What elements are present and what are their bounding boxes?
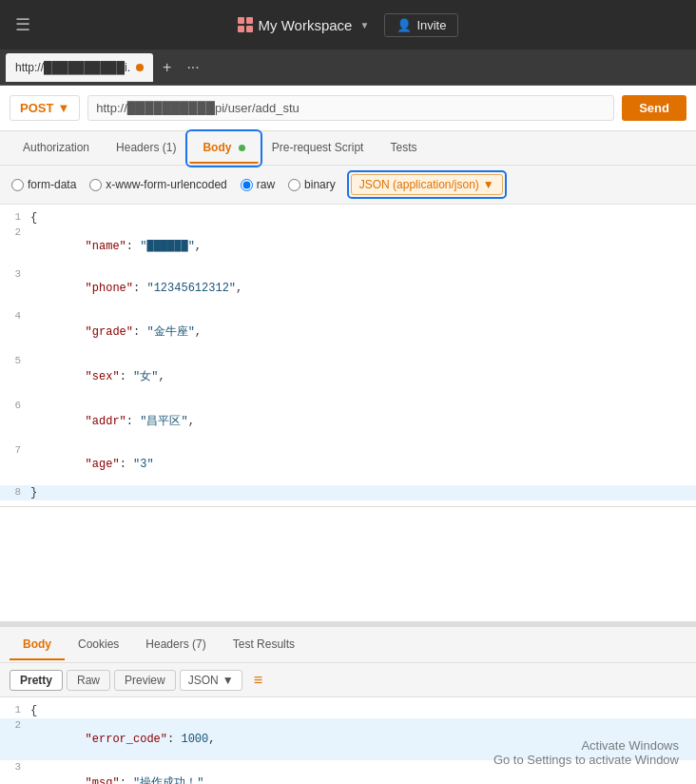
editor-spacer — [0, 507, 696, 621]
sidebar-toggle[interactable]: ☰ — [10, 9, 36, 41]
method-button[interactable]: POST ▼ — [10, 95, 80, 121]
tab-headers[interactable]: Headers (1) — [103, 133, 189, 164]
workspace-label: My Workspace — [259, 17, 353, 33]
content-wrapper: http://██████████i. + ··· POST ▼ Send Au… — [0, 49, 696, 784]
urlencoded-label: x-www-form-urlencoded — [106, 178, 226, 191]
response-body-viewer: 1 { 2 "error_code": 1000, 3 "msg": "操作成功… — [0, 697, 696, 784]
tab-body[interactable]: Body — [189, 133, 258, 164]
chevron-down-icon: ▼ — [359, 20, 369, 30]
code-line-8: 8 } — [0, 485, 696, 500]
request-bar: POST ▼ Send — [0, 86, 696, 131]
filter-icon[interactable]: ≡ — [254, 672, 262, 689]
invite-label: Invite — [416, 18, 446, 32]
workspace-icon — [238, 17, 253, 32]
tab-tests[interactable]: Tests — [377, 133, 430, 164]
view-options-row: Pretty Raw Preview JSON ▼ ≡ — [0, 663, 696, 697]
current-tab[interactable]: http://██████████i. — [6, 53, 153, 82]
url-input[interactable] — [87, 95, 614, 121]
top-bar-left: ☰ — [10, 9, 36, 41]
json-chevron-icon: ▼ — [483, 178, 494, 191]
method-chevron: ▼ — [57, 101, 69, 115]
tab-bar: http://██████████i. + ··· — [0, 49, 696, 86]
urlencoded-radio[interactable] — [89, 179, 102, 191]
code-line-5: 5 "sex": "女", — [0, 354, 696, 399]
code-line-4: 4 "grade": "金牛座", — [0, 309, 696, 354]
pretty-button[interactable]: Pretty — [10, 670, 63, 691]
form-data-option[interactable]: form-data — [11, 178, 76, 191]
tab-authorization[interactable]: Authorization — [10, 133, 103, 164]
code-line-6: 6 "addr": "昌平区", — [0, 399, 696, 443]
json-type-select[interactable]: JSON (application/json) ▼ — [351, 174, 503, 195]
binary-radio[interactable] — [288, 179, 300, 191]
request-tabs: Authorization Headers (1) Body Pre-reque… — [0, 131, 696, 166]
response-format-label: JSON — [188, 674, 219, 687]
new-tab-button[interactable]: + — [157, 57, 177, 78]
resp-line-3: 3 "msg": "操作成功！" — [0, 760, 696, 784]
response-tabs: Body Cookies Headers (7) Test Results — [0, 627, 696, 663]
more-tabs-button[interactable]: ··· — [181, 57, 204, 78]
top-bar: ☰ My Workspace ▼ 👤 Invite — [0, 0, 696, 49]
invite-icon: 👤 — [396, 18, 412, 32]
workspace-button[interactable]: My Workspace ▼ — [238, 17, 370, 33]
binary-option[interactable]: binary — [288, 178, 336, 191]
resp-tab-body[interactable]: Body — [10, 630, 65, 660]
resp-tab-headers[interactable]: Headers (7) — [132, 630, 219, 660]
raw-button[interactable]: Raw — [67, 670, 110, 691]
invite-button[interactable]: 👤 Invite — [384, 13, 458, 37]
binary-label: binary — [304, 178, 336, 191]
resp-tab-cookies[interactable]: Cookies — [65, 630, 132, 660]
preview-button[interactable]: Preview — [114, 670, 176, 691]
tab-status-dot — [136, 64, 144, 71]
request-body-editor[interactable]: 1 { 2 "name": "██████", 3 "phone": "1234… — [0, 205, 696, 507]
resp-tab-test-results[interactable]: Test Results — [220, 630, 308, 660]
form-data-label: form-data — [28, 178, 76, 191]
tab-url: http://██████████i. — [15, 61, 130, 74]
code-line-3: 3 "phone": "12345612312", — [0, 267, 696, 309]
body-type-row: form-data x-www-form-urlencoded raw bina… — [0, 166, 696, 205]
json-type-label: JSON (application/json) — [359, 178, 479, 191]
raw-label: raw — [257, 178, 275, 191]
tab-pre-request[interactable]: Pre-request Script — [259, 133, 377, 164]
code-line-7: 7 "age": "3" — [0, 443, 696, 485]
raw-option[interactable]: raw — [241, 178, 275, 191]
form-data-radio[interactable] — [11, 179, 24, 191]
method-label: POST — [20, 101, 53, 115]
body-active-dot — [239, 145, 245, 151]
urlencoded-option[interactable]: x-www-form-urlencoded — [89, 178, 226, 191]
json-select-highlight: JSON (application/json) ▼ — [349, 172, 505, 197]
code-line-2: 2 "name": "██████", — [0, 225, 696, 267]
resp-line-2: 2 "error_code": 1000, — [0, 718, 696, 760]
response-format-select[interactable]: JSON ▼ — [180, 670, 242, 691]
resp-line-1: 1 { — [0, 703, 696, 718]
format-chevron-icon: ▼ — [222, 674, 234, 687]
send-button[interactable]: Send — [622, 95, 686, 121]
code-line-1: 1 { — [0, 210, 696, 225]
raw-radio[interactable] — [241, 179, 253, 191]
